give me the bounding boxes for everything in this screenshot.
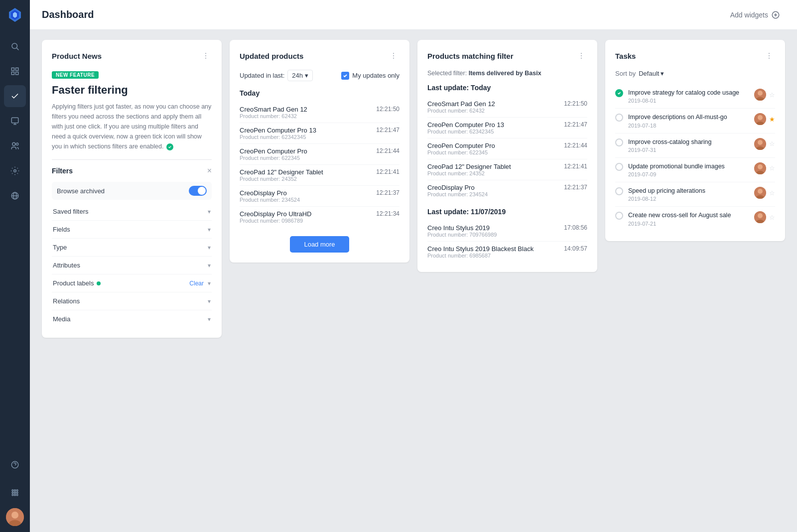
product-news-menu-button[interactable] <box>200 50 212 62</box>
svg-point-60 <box>758 189 763 194</box>
list-item: CreoSmart Pad Gen 12Product number: 6243… <box>427 97 587 118</box>
list-item: CreoDisplay Pro UltraHDProduct number: 0… <box>240 207 399 227</box>
task-checkbox[interactable] <box>615 114 623 122</box>
main-content: Dashboard Add widgets Product News NEW F… <box>30 0 797 532</box>
svg-point-27 <box>14 494 16 496</box>
apps-icon <box>10 488 19 497</box>
sidebar-item-settings[interactable] <box>4 160 26 182</box>
chevron-down-icon: ▾ <box>208 226 211 233</box>
svg-point-37 <box>205 58 206 59</box>
svg-point-13 <box>16 143 18 145</box>
sidebar-item-tasks[interactable] <box>4 85 26 107</box>
app-logo[interactable] <box>0 0 30 30</box>
users-icon <box>10 141 19 150</box>
browse-archived-label: Browse archived <box>57 187 105 195</box>
feature-description: Applying filters just got faster, as now… <box>52 102 212 151</box>
svg-rect-7 <box>11 72 14 75</box>
task-avatar <box>754 162 766 174</box>
sidebar-item-search[interactable] <box>4 35 26 57</box>
filters-label: Filters <box>52 167 73 175</box>
sidebar-item-media[interactable] <box>4 110 26 132</box>
filter-item-fields[interactable]: Fields ▾ <box>52 221 212 239</box>
task-checkbox[interactable] <box>615 212 623 220</box>
svg-point-20 <box>12 490 13 491</box>
filter-item-saved-filters[interactable]: Saved filters ▾ <box>52 203 212 221</box>
task-star-button[interactable]: ★ <box>769 116 775 123</box>
updated-products-widget: Updated products Updated in last: 24h ▾ <box>230 40 409 263</box>
svg-line-4 <box>16 48 18 50</box>
task-star-button[interactable]: ☆ <box>769 214 775 221</box>
products-matching-title: Products matching filter <box>427 52 514 60</box>
filter-item-product-labels[interactable]: Product labels Clear ▾ <box>52 274 212 292</box>
add-widgets-button[interactable]: Add widgets <box>725 7 785 22</box>
catalog-icon <box>10 67 19 76</box>
svg-point-45 <box>769 55 770 56</box>
chevron-down-icon: ▾ <box>305 72 308 79</box>
products-date-list: Creo Intu Stylus 2019Product number: 709… <box>427 221 587 262</box>
three-dots-icon <box>577 52 585 60</box>
task-star-button[interactable]: ☆ <box>769 140 775 147</box>
product-news-title: Product News <box>52 52 102 60</box>
sidebar-item-users[interactable] <box>4 135 26 157</box>
sidebar <box>0 0 30 532</box>
svg-point-35 <box>205 53 206 54</box>
list-item: CreoDisplay ProProduct number: 234524 12… <box>240 186 399 207</box>
load-more-button[interactable]: Load more <box>290 236 349 253</box>
period-select[interactable]: 24h ▾ <box>287 70 313 81</box>
svg-point-40 <box>393 58 394 59</box>
clear-product-labels-button[interactable]: Clear <box>189 280 204 287</box>
task-row: Create new cross-sell for August sale 20… <box>615 207 775 231</box>
task-checkbox[interactable] <box>615 89 623 97</box>
products-matching-menu-button[interactable] <box>575 50 587 62</box>
media-icon <box>10 117 19 126</box>
updated-products-menu-button[interactable] <box>388 50 399 62</box>
my-updates-checkbox[interactable] <box>341 72 349 80</box>
svg-point-12 <box>12 142 15 145</box>
sidebar-item-apps[interactable] <box>4 482 26 504</box>
selected-filter-row: Selected filter: Items delivered by Basi… <box>427 70 587 77</box>
svg-rect-8 <box>16 72 18 75</box>
svg-point-63 <box>758 213 763 218</box>
task-checkbox[interactable] <box>615 187 623 195</box>
svg-point-57 <box>758 164 763 169</box>
feature-title: Faster filtering <box>52 84 212 97</box>
task-checkbox[interactable] <box>615 138 623 146</box>
filter-item-attributes[interactable]: Attributes ▾ <box>52 257 212 274</box>
filter-item-media[interactable]: Media ▾ <box>52 310 212 328</box>
task-star-button[interactable]: ☆ <box>769 91 775 99</box>
browse-archived-toggle[interactable] <box>189 186 207 196</box>
updated-products-list: CreoSmart Pad Gen 12Product number: 6243… <box>240 102 399 227</box>
chevron-down-icon: ▾ <box>208 316 211 323</box>
sort-by-select[interactable]: Default ▾ <box>639 70 664 77</box>
list-item: CreoPen Computer ProProduct number: 6223… <box>427 138 587 159</box>
task-checkbox[interactable] <box>615 163 623 171</box>
svg-point-51 <box>758 115 763 120</box>
task-avatar <box>754 211 766 223</box>
list-item: CreoPen Computer Pro 13Product number: 6… <box>240 123 399 144</box>
product-news-widget: Product News NEW FEATURE Faster filterin… <box>42 40 222 338</box>
tasks-header: Tasks <box>615 50 775 62</box>
tasks-menu-button[interactable] <box>763 50 775 62</box>
svg-point-3 <box>12 43 17 49</box>
filter-item-relations[interactable]: Relations ▾ <box>52 292 212 310</box>
settings-icon <box>10 166 19 175</box>
sidebar-item-help[interactable] <box>4 454 26 476</box>
task-star-button[interactable]: ☆ <box>769 164 775 172</box>
svg-rect-5 <box>11 68 14 70</box>
svg-point-23 <box>12 492 13 494</box>
list-item: Creo Intu Stylus 2019 Blackest BlackProd… <box>427 242 587 262</box>
list-item: Creo Intu Stylus 2019Product number: 709… <box>427 221 587 242</box>
user-avatar[interactable] <box>6 508 24 526</box>
task-row: Update promotional bundle images 2019-07… <box>615 158 775 182</box>
sidebar-item-globe[interactable] <box>4 185 26 207</box>
task-avatar <box>754 113 766 125</box>
chevron-down-icon: ▾ <box>208 262 211 269</box>
svg-point-14 <box>14 170 16 172</box>
task-star-button[interactable]: ☆ <box>769 189 775 197</box>
sidebar-item-catalog[interactable] <box>4 60 26 82</box>
filter-item-type[interactable]: Type ▾ <box>52 239 212 257</box>
list-item: CreoPad 12" Designer TabletProduct numbe… <box>240 165 399 186</box>
svg-point-42 <box>581 55 582 56</box>
filters-close-button[interactable]: × <box>207 167 212 175</box>
last-update-date: Last update: 11/07/2019 <box>427 208 587 216</box>
